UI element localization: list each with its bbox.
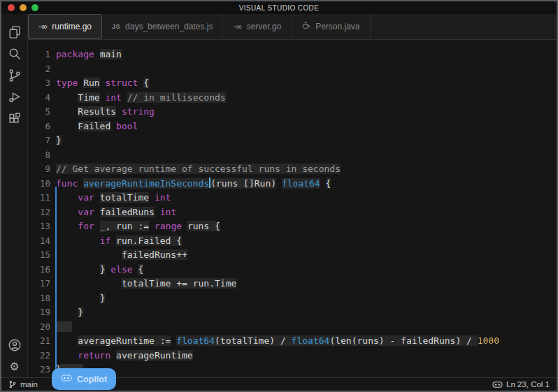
tab-days-between-dates-js[interactable]: JS days_between_dates.js <box>102 14 223 39</box>
tab-label: runtime.go <box>52 22 92 31</box>
vscode-window: Visual Studio Code <box>0 0 558 392</box>
line-number: 2 <box>28 62 50 77</box>
git-branch-icon <box>8 380 17 389</box>
line-number: 16 <box>28 263 50 277</box>
line-number: 21 <box>28 334 50 349</box>
tab-bar: -∞ runtime.go JS days_between_dates.js -… <box>28 14 557 40</box>
code-line[interactable]: 13 for _, run := range runs { <box>28 219 557 234</box>
copilot-icon <box>492 380 503 389</box>
line-number: 20 <box>28 320 50 335</box>
code-line[interactable]: 12 var failedRuns int <box>28 205 557 220</box>
code-line[interactable]: 21 averageRuntime := float64(totalTime) … <box>28 334 557 349</box>
code-line[interactable]: 2 <box>28 62 557 77</box>
code-line[interactable]: 10func averageRuntimeInSeconds(runs []Ru… <box>28 177 557 191</box>
code-line[interactable]: 15 failedRuns++ <box>28 248 557 263</box>
line-number: 12 <box>28 205 50 220</box>
gear-icon: ⚙ <box>9 361 19 372</box>
active-indent-guide <box>55 187 57 373</box>
line-number: 4 <box>28 91 50 106</box>
branch-indicator[interactable]: main <box>8 380 38 389</box>
activity-bar: ⚙ <box>1 14 28 377</box>
code-line[interactable]: 8 <box>28 148 557 163</box>
line-number: 14 <box>28 234 50 249</box>
play-bug-icon <box>8 90 22 104</box>
code-line[interactable]: 3type Run struct { <box>28 76 557 91</box>
branch-name: main <box>20 380 38 389</box>
line-number: 18 <box>28 291 50 306</box>
line-number: 8 <box>28 148 50 163</box>
tab-label: days_between_dates.js <box>125 22 213 31</box>
tab-person-java[interactable]: Person.java <box>292 14 370 39</box>
java-icon <box>301 21 310 32</box>
code-line[interactable]: 6 Failed bool <box>28 119 557 134</box>
tab-label: Person.java <box>315 22 359 31</box>
code-lines: 1package main23type Run struct {4 Time i… <box>28 40 557 377</box>
sidebar-item-search[interactable] <box>5 43 24 64</box>
account-button[interactable] <box>5 334 24 356</box>
line-number: 13 <box>28 219 50 234</box>
sidebar-item-run-debug[interactable] <box>5 86 24 108</box>
code-line[interactable]: 7} <box>28 133 557 148</box>
code-line[interactable]: 11 var totalTime int <box>28 191 557 205</box>
line-number: 9 <box>28 162 50 177</box>
go-icon: -∞ <box>233 22 241 31</box>
copilot-button-label: Copilot <box>77 375 107 384</box>
line-number: 11 <box>28 191 50 205</box>
tab-runtime-go[interactable]: -∞ runtime.go <box>28 14 102 39</box>
line-number: 15 <box>28 248 50 263</box>
branch-icon <box>8 68 22 82</box>
line-number: 7 <box>28 133 50 148</box>
code-line[interactable]: 4 Time int // in milliseconds <box>28 91 557 106</box>
search-icon <box>8 47 22 61</box>
sidebar-item-explorer[interactable] <box>5 21 24 43</box>
code-line[interactable]: 17 totalTime += run.Time <box>28 277 557 291</box>
window-title: Visual Studio Code <box>1 4 557 12</box>
line-number: 19 <box>28 305 50 320</box>
titlebar: Visual Studio Code <box>1 1 557 14</box>
settings-button[interactable]: ⚙ <box>5 356 24 377</box>
line-number: 6 <box>28 119 50 134</box>
line-number: 23 <box>28 363 50 377</box>
tab-server-go[interactable]: -∞ server.go <box>223 14 292 39</box>
code-editor[interactable]: 1package main23type Run struct {4 Time i… <box>28 40 557 377</box>
cursor-position: Ln 23, Col 1 <box>506 380 550 389</box>
line-number: 5 <box>28 105 50 119</box>
code-line[interactable]: 14 if run.Failed { <box>28 234 557 249</box>
js-icon: JS <box>112 23 120 30</box>
sidebar-item-extensions[interactable] <box>5 108 24 129</box>
line-number: 17 <box>28 277 50 291</box>
line-number: 10 <box>28 177 50 191</box>
code-line[interactable]: 20 <box>28 320 557 335</box>
tab-label: server.go <box>247 22 281 31</box>
account-icon <box>8 338 22 352</box>
code-line[interactable]: 9// Get average runtime of successful ru… <box>28 162 557 177</box>
files-icon <box>8 25 22 39</box>
code-line[interactable]: 1package main <box>28 48 557 62</box>
code-line[interactable]: 16 } else { <box>28 263 557 277</box>
line-number: 22 <box>28 349 50 363</box>
cursor-position-indicator[interactable]: Ln 23, Col 1 <box>492 380 550 389</box>
line-number: 1 <box>28 48 50 62</box>
code-line[interactable]: 22 return averageRuntime <box>28 349 557 363</box>
code-line[interactable]: 5 Results string <box>28 105 557 119</box>
copilot-button[interactable]: Copilot <box>52 368 116 390</box>
sidebar-item-source-control[interactable] <box>5 64 24 86</box>
copilot-icon <box>61 373 72 385</box>
go-icon: -∞ <box>38 22 47 31</box>
extensions-icon <box>8 112 22 126</box>
code-line[interactable]: 19 } <box>28 305 557 320</box>
code-line[interactable]: 18 } <box>28 291 557 306</box>
line-number: 3 <box>28 76 50 91</box>
